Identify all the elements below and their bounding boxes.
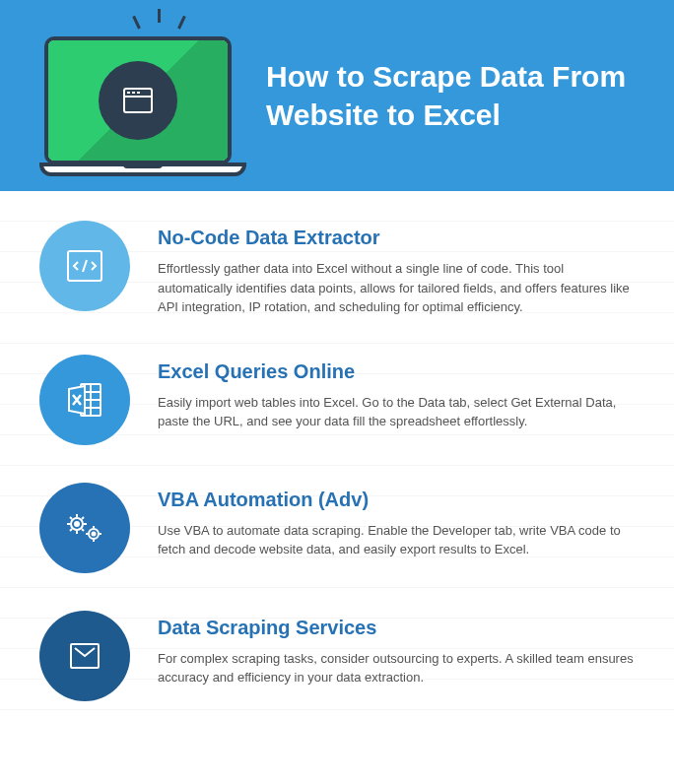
list-item: Excel Queries Online Easily import web t… <box>39 355 635 445</box>
svg-line-16 <box>82 529 84 531</box>
item-title: VBA Automation (Adv) <box>158 489 635 511</box>
page-title: How to Scrape Data From Website to Excel <box>266 57 674 134</box>
header: How to Scrape Data From Website to Excel <box>0 0 674 191</box>
laptop-illustration <box>39 17 236 174</box>
browser-window-icon <box>99 61 177 140</box>
content-list: No-Code Data Extractor Effortlessly gath… <box>0 191 674 721</box>
svg-point-8 <box>75 522 79 526</box>
item-title: Excel Queries Online <box>158 360 635 383</box>
list-item: No-Code Data Extractor Effortlessly gath… <box>39 221 635 317</box>
item-title: No-Code Data Extractor <box>158 227 635 249</box>
gears-icon <box>39 483 130 573</box>
envelope-icon <box>39 611 130 701</box>
item-title: Data Scraping Services <box>158 617 635 639</box>
item-description: Easily import web tables into Excel. Go … <box>158 393 635 431</box>
code-icon <box>39 221 130 311</box>
item-description: Effortlessly gather data into Excel with… <box>158 259 635 317</box>
list-item: Data Scraping Services For complex scrap… <box>39 611 635 701</box>
item-description: For complex scraping tasks, consider out… <box>158 649 635 687</box>
item-description: Use VBA to automate data scraping. Enabl… <box>158 521 635 559</box>
svg-point-18 <box>93 532 96 535</box>
list-item: VBA Automation (Adv) Use VBA to automate… <box>39 483 635 573</box>
svg-line-14 <box>82 517 84 519</box>
svg-line-13 <box>70 517 72 519</box>
excel-icon <box>39 355 130 445</box>
svg-line-15 <box>70 529 72 531</box>
svg-line-1 <box>83 260 87 272</box>
